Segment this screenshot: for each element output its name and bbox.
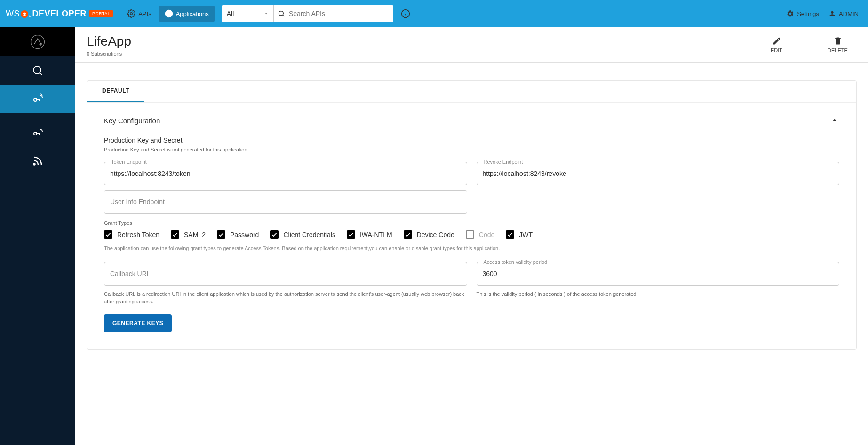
chk-iwa-ntlm[interactable]: IWA-NTLM (347, 230, 392, 239)
nav-applications[interactable]: Applications (159, 6, 215, 22)
grant-helper: The application can use the following gr… (104, 245, 839, 253)
logo-portal-badge: PORTAL (89, 10, 113, 17)
logo-circle-icon: ✱ (21, 10, 28, 18)
nav-links: APIs Applications (121, 6, 215, 22)
settings-button[interactable]: Settings (787, 10, 819, 17)
svg-point-2 (279, 11, 283, 16)
svg-point-9 (33, 66, 41, 74)
main: LifeApp 0 Subscriptions EDIT DELETE DEFA… (75, 27, 868, 445)
sidebar-item-overview[interactable] (0, 56, 75, 85)
layout: pp LifeApp 0 Subscriptions EDIT (0, 27, 868, 445)
svg-line-10 (40, 73, 42, 75)
grant-types-label: Grant Types (104, 220, 839, 226)
content-area: DEFAULT Key Configuration Production Key… (75, 63, 868, 361)
search-input[interactable] (289, 10, 390, 17)
chevron-down-icon (264, 11, 269, 16)
logo-sub: 2 (29, 14, 31, 18)
token-endpoint-wrap: Token Endpoint (104, 162, 467, 185)
svg-point-13 (34, 164, 35, 165)
nav-applications-label: Applications (176, 10, 209, 17)
trash-icon (833, 36, 843, 46)
checkbox-unchecked-icon (466, 230, 474, 239)
token-endpoint-input[interactable] (110, 170, 461, 177)
revoke-endpoint-input[interactable] (483, 170, 834, 177)
sidebar-item-sandbox-keys[interactable] (0, 119, 75, 147)
app-logo-icon: pp (30, 34, 46, 50)
nav-apis[interactable]: APIs (121, 6, 157, 22)
revoke-endpoint-wrap: Revoke Endpoint (477, 162, 840, 185)
token-label: Token Endpoint (109, 159, 149, 165)
callback-col: Callback URL is a redirection URI in the… (104, 262, 467, 306)
prod-desc: Production Key and Secret is not generat… (104, 147, 839, 152)
checkbox-checked-icon (171, 230, 179, 239)
page-subscriptions: 0 Subscriptions (87, 51, 734, 56)
page-header: LifeApp 0 Subscriptions EDIT DELETE (75, 27, 868, 63)
chk-device-code[interactable]: Device Code (404, 230, 454, 239)
collapse-button[interactable] (830, 116, 839, 125)
svg-point-11 (34, 98, 37, 101)
userinfo-wrap (104, 190, 467, 214)
logo[interactable]: WS ✱ 2 DEVELOPER PORTAL (6, 9, 113, 19)
svg-point-7 (31, 35, 45, 49)
key-signal-icon (32, 93, 43, 104)
validity-input[interactable] (483, 270, 834, 278)
chk-password[interactable]: Password (217, 230, 259, 239)
search-group: All (222, 5, 393, 22)
callback-wrap (104, 262, 467, 286)
user-icon (828, 10, 836, 17)
topbar: WS ✱ 2 DEVELOPER PORTAL APIs Application… (0, 0, 868, 27)
logo-dev: DEVELOPER (32, 9, 87, 19)
generate-keys-button[interactable]: GENERATE KEYS (104, 314, 172, 332)
validity-label: Access token validity period (482, 259, 549, 265)
chevron-up-icon (830, 116, 839, 125)
sidebar: pp (0, 27, 75, 445)
prod-title: Production Key and Secret (104, 136, 839, 144)
checkbox-checked-icon (217, 230, 225, 239)
topbar-right: Settings ADMIN (787, 10, 859, 17)
title-block: LifeApp 0 Subscriptions (75, 27, 746, 62)
page-title: LifeApp (87, 34, 734, 49)
edit-button[interactable]: EDIT (746, 27, 807, 62)
search-category-dropdown[interactable]: All (222, 5, 274, 22)
callback-input[interactable] (110, 270, 461, 278)
info-button[interactable] (401, 9, 410, 18)
sidebar-app-logo[interactable]: pp (0, 27, 75, 56)
search-icon (278, 9, 285, 18)
validity-col: Access token validity period This is the… (477, 262, 840, 306)
section-title: Key Configuration (104, 116, 839, 125)
chk-jwt[interactable]: JWT (506, 230, 533, 239)
magnifier-icon (32, 65, 43, 76)
edit-label: EDIT (771, 48, 782, 53)
callback-helper: Callback URL is a redirection URI in the… (104, 290, 467, 306)
chk-code[interactable]: Code (466, 230, 494, 239)
checkbox-checked-icon (270, 230, 279, 239)
validity-wrap: Access token validity period (477, 262, 840, 286)
rss-icon (32, 155, 43, 167)
grant-row: Refresh Token SAML2 Password Client Cred… (104, 230, 839, 239)
svg-point-12 (34, 132, 37, 135)
gear-icon (127, 9, 135, 18)
tab-default[interactable]: DEFAULT (87, 81, 144, 102)
chk-saml2[interactable]: SAML2 (171, 230, 206, 239)
sidebar-item-production-keys[interactable] (0, 85, 75, 113)
edit-icon (772, 36, 781, 46)
checkbox-checked-icon (404, 230, 412, 239)
chk-client-credentials[interactable]: Client Credentials (270, 230, 335, 239)
gear-icon (787, 10, 794, 17)
svg-text:pp: pp (39, 42, 42, 46)
user-button[interactable]: ADMIN (828, 10, 859, 17)
user-label: ADMIN (839, 10, 859, 17)
delete-label: DELETE (828, 48, 848, 53)
chk-refresh[interactable]: Refresh Token (104, 230, 159, 239)
info-icon (401, 9, 410, 18)
delete-button[interactable]: DELETE (807, 27, 868, 62)
sidebar-item-subscriptions[interactable] (0, 147, 75, 175)
nav-apis-label: APIs (138, 10, 151, 17)
userinfo-input[interactable] (110, 198, 461, 206)
search-category-value: All (227, 10, 234, 17)
checkbox-checked-icon (347, 230, 355, 239)
keyconfig-card: DEFAULT Key Configuration Production Key… (87, 80, 857, 350)
endpoint-grid: Token Endpoint Revoke Endpoint (104, 162, 839, 185)
key-signal-icon (32, 127, 43, 138)
settings-label: Settings (797, 10, 819, 17)
